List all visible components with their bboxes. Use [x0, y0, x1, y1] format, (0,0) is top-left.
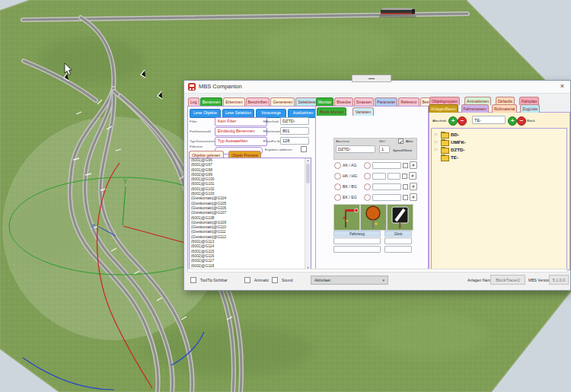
tab-referenz[interactable]: Referenz [398, 97, 419, 106]
fahrzeug-header: Fahrzeug [333, 231, 381, 237]
tree-item-te[interactable]: TE- [435, 154, 458, 161]
ergebnis-checkbox[interactable] [301, 146, 307, 152]
window-titlebar[interactable]: MBS Companion × [184, 81, 570, 94]
block-label: Block [527, 119, 535, 123]
gleis-header: Gleis [384, 231, 412, 237]
block-add-button[interactable]: + [508, 116, 517, 126]
funktionswahl-select[interactable]: Eindeutig Benennen ▾ [215, 127, 267, 136]
ek-value-input[interactable] [372, 194, 401, 201]
hk-hash-button[interactable]: # [409, 172, 416, 180]
chevron-down-icon: ▾ [382, 276, 384, 285]
mbs-version-label: MBS Version [528, 278, 550, 282]
blk-label: Blk# [379, 139, 386, 143]
scroll-up-icon[interactable]: ▲ [307, 158, 310, 162]
subtab-zugliste[interactable]: ZugListe [520, 104, 540, 113]
abschnitt-input[interactable] [280, 117, 309, 125]
bk-hash-button[interactable]: # [410, 183, 417, 190]
hk-value-input-1[interactable] [372, 173, 386, 180]
tab-log[interactable]: Log [188, 97, 199, 106]
tab-generieren[interactable]: Generieren [270, 97, 295, 106]
expander-icon[interactable]: ▷ [435, 146, 439, 153]
radio-hk-left[interactable] [334, 173, 341, 180]
tree-item-label[interactable]: TE- [451, 155, 458, 160]
abschnitt-label: Abschnitt [265, 120, 279, 123]
tree-item-dztd[interactable]: ▷ DZTD- [435, 146, 465, 153]
fahrzeug-input-2[interactable] [333, 246, 381, 253]
hk-value-input-2[interactable] [388, 173, 400, 180]
abschnitt-remove-button[interactable]: − [458, 116, 467, 126]
locomotive[interactable] [379, 8, 416, 18]
abschnitt-add-button[interactable]: + [448, 116, 458, 126]
blocknummer-input[interactable] [280, 127, 309, 135]
radio-ak-right[interactable] [364, 162, 371, 169]
radio-ek-left[interactable] [334, 194, 341, 201]
ak-value-input[interactable] [372, 162, 401, 169]
axis-z-label: Z [91, 224, 95, 230]
subtab-fahrstrassen[interactable]: Fahrstrassen [461, 104, 489, 113]
fahrzeug-input-1[interactable] [333, 237, 381, 244]
ek-hash-button[interactable]: # [410, 193, 417, 201]
aktiv-checkbox[interactable]: ✓ [398, 139, 404, 144]
hk-checkbox[interactable] [402, 174, 407, 179]
object-list-item[interactable]: (6002)@G118 [190, 264, 311, 269]
tab-monitor[interactable]: Monitor [316, 97, 333, 106]
list-scrollbar[interactable]: ▲ ▼ [305, 158, 311, 269]
object-list[interactable]: ▲ ▼ (6001)@G96(6001)@G97(6001)@G98(6002)… [189, 158, 311, 270]
close-button[interactable]: × [560, 82, 564, 90]
right-abschnitt-input[interactable] [472, 116, 506, 124]
tree-item-umfk[interactable]: ▷ UMFK- [435, 139, 466, 145]
bk-checkbox[interactable] [403, 184, 408, 190]
subtab-anlagenbaum[interactable]: AnlagenBaum [429, 104, 458, 113]
radio-bk-right[interactable] [364, 183, 371, 190]
radio-ek-right[interactable] [364, 194, 371, 201]
ek-checkbox[interactable] [403, 195, 408, 200]
tab-benennen[interactable]: Benennen [200, 97, 223, 106]
scroll-thumb[interactable] [306, 164, 310, 183]
typ-value: Typ Auswaehlen [218, 139, 247, 143]
radio-ak-left[interactable] [334, 162, 341, 169]
tab-parameter[interactable]: Parameter [375, 97, 397, 106]
tab-strassen[interactable]: Strassen [354, 97, 374, 106]
radio-bk-left[interactable] [334, 183, 341, 190]
signal-row-bk: BK / BG # [334, 183, 417, 190]
signal-row-label: AK / AG [343, 163, 362, 167]
block-remove-button[interactable]: − [517, 116, 526, 126]
filter-select[interactable]: Kein Filter ▾ [215, 117, 267, 126]
right-abschnitt-label: Abschnitt [432, 119, 446, 123]
ak-hash-button[interactable]: # [410, 161, 417, 169]
radio-hk-right[interactable] [364, 173, 371, 180]
gleis-input-1[interactable] [384, 237, 412, 244]
subtab-block-monitor[interactable]: Block Monitor [317, 107, 346, 116]
tree-item-label[interactable]: BD- [451, 132, 459, 137]
signal-row-label: HK / HG [343, 174, 362, 178]
sound-checkbox[interactable] [272, 277, 278, 283]
app-icon [188, 83, 196, 91]
tooltip-checkbox[interactable] [190, 277, 196, 283]
mbs-version-value: 5.1.0.0 [549, 275, 569, 285]
subtab-variatien[interactable]: Variatien [352, 107, 374, 116]
subtab-rollmaterial[interactable]: Rollmaterial [492, 104, 517, 113]
aktivitaet-dropdown[interactable]: Aktivitaet ▾ [311, 276, 388, 285]
ak-checkbox[interactable] [403, 163, 408, 168]
anlagen-name-label: Anlagen Name [467, 278, 493, 282]
collapse-handle[interactable]: ▬▬ [352, 75, 391, 82]
bk-value-input[interactable] [372, 183, 401, 190]
tab-bloecke[interactable]: Bloecke [334, 97, 352, 106]
typ-select[interactable]: Typ Auswaehlen ▾ [215, 137, 267, 146]
tree-item-label[interactable]: DZTD- [451, 147, 465, 152]
animatic-checkbox[interactable] [244, 277, 250, 283]
monitor-abschnitt-input[interactable] [336, 145, 375, 153]
expander-icon[interactable]: ▷ [435, 139, 439, 145]
tab-beschriften[interactable]: Beschriften [246, 97, 270, 106]
postfix-input[interactable] [280, 137, 309, 145]
tree-item-label[interactable]: UMFK- [451, 139, 466, 145]
tree-item-bd[interactable]: ▷ BD- [435, 131, 459, 138]
gleis-input-2[interactable] [384, 246, 412, 253]
tab-erkennen[interactable]: Erkennen [223, 97, 244, 106]
animatic-label: Animatic [254, 278, 269, 282]
expander-icon[interactable]: ▷ [435, 131, 439, 138]
funktionswahl-label: Funktionswahl [190, 129, 211, 133]
blk-input[interactable] [379, 145, 390, 153]
tooltip-label: ToolTip Sichtbar [200, 278, 228, 282]
funktionswahl-value: Eindeutig Benennen [218, 129, 255, 133]
